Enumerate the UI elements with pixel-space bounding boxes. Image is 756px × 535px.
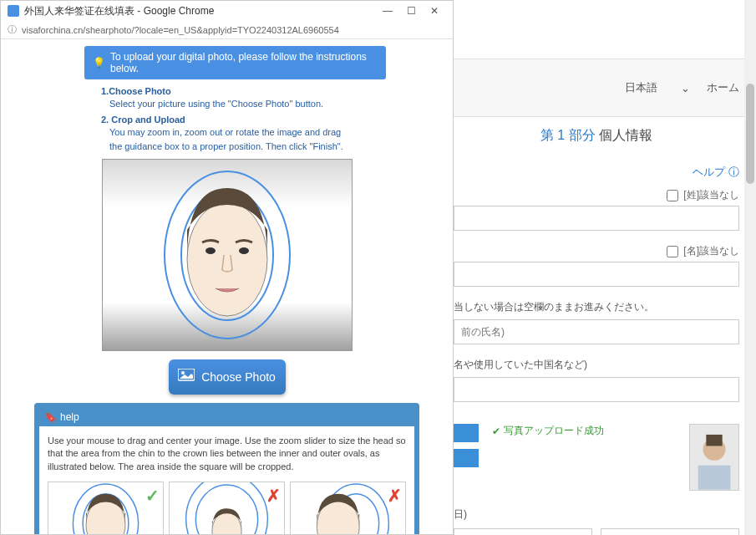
- givenname-na-label: [名]該当なし: [683, 244, 739, 258]
- example-row: ✓ ✗ ✗: [48, 482, 406, 534]
- former-name-input[interactable]: [454, 319, 739, 344]
- section-part: 第 1 部分: [540, 128, 596, 142]
- scrollbar[interactable]: [744, 0, 756, 535]
- surname-na-row: [姓]該当なし: [454, 188, 739, 202]
- language-label: 日本語: [625, 80, 657, 95]
- help-header: 🔖 help: [39, 408, 414, 426]
- step2-title: 2. Crop and Upload: [101, 115, 369, 125]
- help-content: Use your mouse to drag and center your i…: [39, 426, 414, 534]
- application-form-page: 日本語 ⌄ ホーム 第 1 部分 個人情報 ヘルプ ⓘ [姓]該当なし [名]該…: [437, 0, 756, 535]
- instruction-banner: 💡 To upload your digital photo, please f…: [84, 46, 386, 79]
- example-wrong-2: ✗: [290, 482, 406, 534]
- example-correct: ✓: [48, 482, 164, 534]
- cross-icon: ✗: [266, 484, 281, 507]
- svg-point-10: [181, 371, 185, 374]
- popup-body: 💡 To upload your digital photo, please f…: [1, 39, 453, 534]
- minimize-button[interactable]: —: [376, 5, 399, 17]
- note-chinese-name: 名や使用していた中国名など): [454, 358, 739, 372]
- svg-point-7: [205, 247, 216, 254]
- window-title: 外国人来华签证在线填表 - Google Chrome: [24, 4, 214, 18]
- maximize-button[interactable]: ☐: [399, 5, 423, 17]
- home-link[interactable]: ホーム: [707, 80, 739, 95]
- help-link-row: ヘルプ ⓘ: [454, 165, 739, 180]
- surname-na-label: [姓]該当なし: [683, 188, 739, 202]
- upload-button-1[interactable]: [454, 424, 479, 442]
- face-guide-illustration: [152, 163, 302, 347]
- check-circle-icon: ✔: [492, 425, 500, 437]
- surname-na-checkbox[interactable]: [667, 190, 678, 201]
- language-selector[interactable]: 日本語 ⌄: [625, 80, 690, 95]
- close-button[interactable]: ✕: [423, 5, 446, 17]
- step2-body1: You may zoom in, zoom out or rotate the …: [109, 126, 369, 138]
- lightbulb-icon: 💡: [93, 57, 105, 69]
- help-header-label: help: [60, 411, 79, 423]
- givenname-na-row: [名]該当なし: [454, 244, 739, 258]
- choose-photo-label: Choose Photo: [201, 370, 276, 384]
- step2-body2: the guidance box to a proper position. T…: [109, 140, 369, 152]
- svg-point-8: [239, 247, 249, 254]
- address-bar[interactable]: ⓘ visaforchina.cn/shearphoto/?locale=en_…: [1, 21, 453, 39]
- date-label: 日): [454, 507, 739, 522]
- tag-icon: 🔖: [44, 411, 57, 423]
- check-icon: ✓: [145, 484, 160, 507]
- upload-status-text: 写真アップロード成功: [504, 424, 604, 438]
- help-panel: 🔖 help Use your mouse to drag and center…: [34, 403, 419, 534]
- help-link[interactable]: ヘルプ ⓘ: [693, 166, 739, 178]
- note-blank: 当しない場合は空欄のままお進みください。: [454, 300, 739, 314]
- upload-buttons: [454, 424, 479, 467]
- svg-rect-3: [706, 435, 722, 446]
- svg-point-6: [187, 202, 267, 316]
- photo-thumbnail: [689, 424, 739, 491]
- photo-preview-area[interactable]: [102, 159, 353, 351]
- chevron-down-icon: ⌄: [681, 82, 690, 94]
- svg-rect-1: [698, 466, 731, 490]
- chinese-name-input[interactable]: [454, 377, 739, 402]
- givenname-na-checkbox[interactable]: [667, 246, 678, 257]
- section-name: 個人情報: [599, 128, 652, 142]
- step1-body: Select your picture using the "Choose Ph…: [109, 98, 369, 110]
- image-upload-icon: [178, 369, 195, 385]
- instructions: 1.Choose Photo Select your picture using…: [101, 86, 369, 152]
- upload-status: ✔ 写真アップロード成功: [492, 424, 604, 438]
- day-select[interactable]: 28 ▾: [601, 528, 739, 535]
- banner-text: To upload your digital photo, please fol…: [110, 51, 378, 74]
- date-row: 09 ▾ 28 ▾: [454, 528, 739, 535]
- photo-upload-popup: 外国人来华签证在线填表 - Google Chrome — ☐ ✕ ⓘ visa…: [0, 0, 454, 535]
- section-title: 第 1 部分 個人情報: [437, 117, 756, 155]
- top-bar: 日本語 ⌄ ホーム: [437, 59, 756, 117]
- choose-photo-button[interactable]: Choose Photo: [169, 359, 286, 395]
- month-select[interactable]: 09 ▾: [454, 528, 592, 535]
- photo-upload-row: ✔ 写真アップロード成功: [454, 424, 739, 491]
- surname-input[interactable]: [454, 206, 739, 231]
- step1-title: 1.Choose Photo: [101, 86, 369, 96]
- help-text: Use your mouse to drag and center your i…: [48, 435, 406, 473]
- favicon: [8, 5, 19, 17]
- example-wrong-1: ✗: [169, 482, 285, 534]
- site-info-icon: ⓘ: [8, 23, 17, 36]
- upload-button-2[interactable]: [454, 449, 479, 467]
- url-text: visaforchina.cn/shearphoto/?locale=en_US…: [22, 25, 339, 35]
- form-area: ヘルプ ⓘ [姓]該当なし [名]該当なし 当しない場合は空欄のままお進みくださ…: [437, 165, 756, 535]
- window-titlebar: 外国人来华签证在线填表 - Google Chrome — ☐ ✕: [1, 1, 453, 21]
- givenname-input[interactable]: [454, 262, 739, 287]
- cross-icon: ✗: [388, 484, 402, 507]
- scroll-thumb[interactable]: [746, 84, 754, 184]
